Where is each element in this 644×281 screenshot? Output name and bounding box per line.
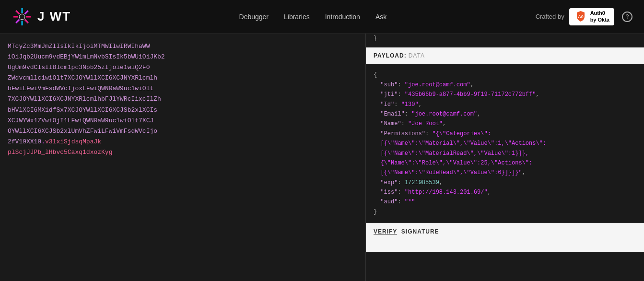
- nav-libraries[interactable]: Libraries: [284, 13, 310, 21]
- left-panel: MTcyZc3MmJmZlIsIkIkIjoiMTMWIlwIRWIhaWWiO…: [0, 34, 366, 281]
- svg-line-4: [25, 11, 28, 14]
- payload-json: { "sub": "joe.root@camf.com", "jti": "43…: [366, 64, 644, 223]
- payload-sub: DATA: [409, 52, 425, 59]
- main-layout: MTcyZc3MmJmZlIsIkIkIjoiMTMWIlwIRWIhaWWiO…: [0, 34, 644, 281]
- auth0-text: Auth0 by Okta: [590, 10, 609, 23]
- svg-text:A0: A0: [578, 14, 584, 19]
- verify-label: VERIFY SIGNATURE: [374, 228, 439, 235]
- verify-section-header: VERIFY SIGNATURE: [366, 223, 644, 240]
- nav-ask[interactable]: Ask: [375, 13, 386, 21]
- jwt-logo-icon: [12, 6, 33, 27]
- payload-section-header: PAYLOAD:DATA: [366, 47, 644, 64]
- main-nav: Debugger Libraries Introduction Ask: [90, 13, 536, 21]
- svg-point-10: [19, 14, 25, 20]
- auth0-logo-icon: A0: [574, 10, 587, 23]
- svg-line-5: [16, 19, 19, 23]
- help-icon[interactable]: ?: [622, 12, 632, 22]
- nav-debugger[interactable]: Debugger: [239, 13, 269, 21]
- nav-introduction[interactable]: Introduction: [325, 13, 360, 21]
- auth0-badge[interactable]: A0 Auth0 by Okta: [569, 8, 614, 25]
- crafted-area: Crafted by A0 Auth0 by Okta ?: [536, 8, 632, 25]
- logo-area: J WT: [12, 6, 71, 27]
- svg-line-8: [25, 19, 28, 23]
- right-panel: } PAYLOAD:DATA { "sub": "joe.root@camf.c…: [366, 34, 644, 281]
- svg-line-9: [16, 11, 19, 14]
- logo-text: J WT: [37, 9, 71, 24]
- crafted-by-label: Crafted by: [536, 13, 564, 20]
- bottom-bar: [366, 240, 644, 252]
- encoded-part1: MTcyZc3MmJmZlIsIkIkIjoiMTMWIlwIRWIhaWWiO…: [8, 43, 165, 145]
- header-closing: }: [366, 34, 644, 47]
- dot1: .: [41, 138, 45, 145]
- encoded-jwt: MTcyZc3MmJmZlIsIkIkIjoiMTMWIlwIRWIhaWWiO…: [8, 41, 358, 158]
- auth0-name: Auth0: [590, 10, 609, 16]
- header: J WT Debugger Libraries Introduction Ask…: [0, 0, 644, 34]
- payload-label: PAYLOAD:: [374, 52, 407, 59]
- auth0-sub: by Okta: [590, 17, 609, 23]
